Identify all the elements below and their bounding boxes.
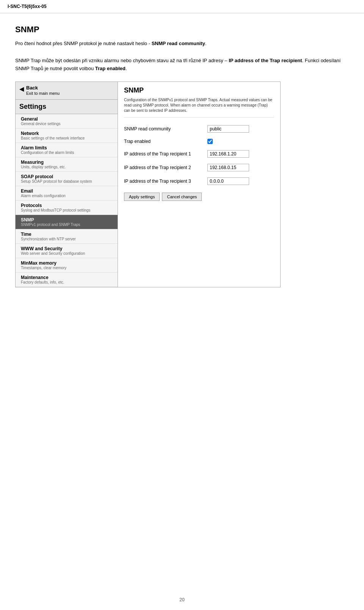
sidebar-item-time[interactable]: Time Synchronization with NTP server (16, 229, 118, 244)
sidebar: ◀ Back Exit to main menu Settings Genera… (16, 82, 118, 287)
form-row-trap_ip3: IP address of the Trap recipient 3 (124, 176, 274, 187)
form-row-read_community: SNMP read community (124, 124, 274, 134)
sidebar-item-title-www: WWW and Security (21, 246, 114, 251)
form-label-trap_ip2: IP address of the Trap recipient 2 (124, 165, 207, 170)
back-button[interactable]: ◀ Back Exit to main menu (16, 82, 118, 99)
form-input-trap_ip2[interactable] (207, 164, 249, 171)
form-row-trap_enabled: Trap enabled (124, 137, 274, 146)
page-number: 20 (179, 597, 184, 602)
sidebar-item-title-snmp: SNMP (21, 217, 114, 223)
sidebar-item-subtitle-time: Synchronization with NTP server (21, 237, 114, 241)
sidebar-item-title-general: General (21, 116, 114, 122)
sidebar-item-subtitle-email: Alarm emails configuration (21, 194, 114, 198)
page-header: I-SNC-T5(6)5xx-05 (0, 0, 364, 13)
sidebar-item-title-soap: SOAP protocol (21, 174, 114, 179)
sidebar-item-protocols[interactable]: Protocols Syslog and ModbusTCP protocol … (16, 201, 118, 215)
sidebar-item-www[interactable]: WWW and Security Web server and Security… (16, 244, 118, 258)
page-footer: 20 (0, 597, 364, 602)
sidebar-item-subtitle-www: Web server and Security configuration (21, 251, 114, 256)
form-input-trap_ip3[interactable] (207, 177, 249, 185)
sidebar-item-alarm[interactable]: Alarm limits Configuration of the alarm … (16, 143, 118, 157)
ui-frame: ◀ Back Exit to main menu Settings Genera… (15, 82, 281, 287)
sidebar-item-measuring[interactable]: Measuring Units, display settings, etc. (16, 157, 118, 172)
sidebar-item-title-maintenance: Maintenance (21, 275, 114, 280)
sidebar-item-general[interactable]: General General device settings (16, 114, 118, 129)
main-content: SNMP Pro čtení hodnot přes SNMP protokol… (0, 13, 364, 310)
sidebar-item-title-network: Network (21, 131, 114, 136)
sidebar-item-subtitle-general: General device settings (21, 122, 114, 126)
form-label-trap_ip3: IP address of the Trap recipient 3 (124, 179, 207, 184)
sidebar-item-subtitle-measuring: Units, display settings, etc. (21, 165, 114, 169)
sidebar-item-subtitle-alarm: Configuration of the alarm limits (21, 151, 114, 155)
form-fields-container: SNMP read communityTrap enabledIP addres… (124, 124, 274, 187)
intro-paragraph-2: SNMP Trap může být odeslán při vzniku al… (15, 57, 349, 73)
sidebar-item-subtitle-network: Basic settings of the network interface (21, 136, 114, 140)
sidebar-item-maintenance[interactable]: Maintenance Factory defaults, info, etc. (16, 273, 118, 287)
sidebar-item-title-minmax: MinMax memory (21, 260, 114, 266)
panel-description: Configuration of the SNMPv1 protocol and… (124, 97, 274, 118)
sidebar-item-subtitle-minmax: Timestamps, clear memory (21, 266, 114, 270)
form-label-trap_enabled: Trap enabled (124, 139, 207, 144)
back-arrow-icon: ◀ (19, 85, 24, 93)
sidebar-item-title-time: Time (21, 232, 114, 237)
sidebar-item-minmax[interactable]: MinMax memory Timestamps, clear memory (16, 258, 118, 273)
sidebar-item-title-email: Email (21, 188, 114, 194)
sidebar-item-email[interactable]: Email Alarm emails configuration (16, 186, 118, 201)
sidebar-title: Settings (16, 100, 118, 114)
form-row-trap_ip1: IP address of the Trap recipient 1 (124, 149, 274, 159)
form-input-trap_ip1[interactable] (207, 150, 249, 158)
sidebar-item-snmp[interactable]: SNMP SNMPv1 protocol and SNMP Traps (16, 215, 118, 229)
form-actions: Apply settingsCancel changes (124, 193, 274, 201)
sidebar-item-title-protocols: Protocols (21, 203, 114, 208)
apply-button[interactable]: Apply settings (124, 193, 160, 201)
form-row-trap_ip2: IP address of the Trap recipient 2 (124, 162, 274, 173)
back-text: Back Exit to main menu (26, 85, 60, 96)
header-title: I-SNC-T5(6)5xx-05 (8, 4, 47, 9)
sidebar-item-network[interactable]: Network Basic settings of the network in… (16, 129, 118, 143)
form-input-read_community[interactable] (207, 125, 249, 133)
sidebar-item-subtitle-soap: Setup SOAP protocol for database system (21, 179, 114, 183)
cancel-button[interactable]: Cancel changes (162, 193, 202, 201)
sidebar-items-container: General General device settings Network … (16, 114, 118, 287)
intro-paragraph-1: Pro čtení hodnot přes SNMP protokol je n… (15, 40, 349, 48)
sidebar-item-title-alarm: Alarm limits (21, 145, 114, 151)
main-panel: SNMP Configuration of the SNMPv1 protoco… (118, 82, 280, 287)
sidebar-item-title-measuring: Measuring (21, 160, 114, 165)
panel-title: SNMP (124, 86, 274, 94)
form-checkbox-trap_enabled[interactable] (207, 139, 213, 144)
sidebar-item-subtitle-maintenance: Factory defaults, info, etc. (21, 280, 114, 284)
form-label-trap_ip1: IP address of the Trap recipient 1 (124, 151, 207, 157)
sidebar-item-soap[interactable]: SOAP protocol Setup SOAP protocol for da… (16, 172, 118, 186)
sidebar-item-subtitle-protocols: Syslog and ModbusTCP protocol settings (21, 208, 114, 212)
section-title: SNMP (15, 25, 349, 34)
form-label-read_community: SNMP read community (124, 126, 207, 132)
sidebar-item-subtitle-snmp: SNMPv1 protocol and SNMP Traps (21, 223, 114, 227)
